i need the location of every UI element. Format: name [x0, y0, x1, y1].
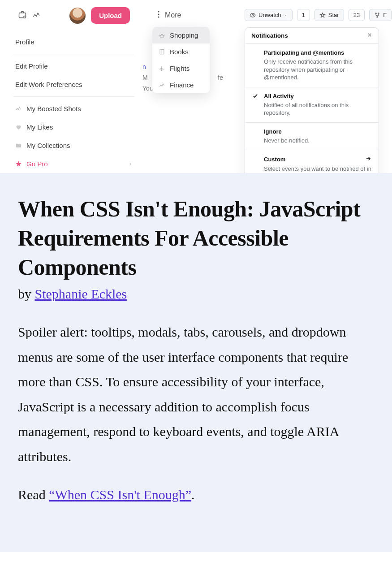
read-more: Read “When CSS Isn't Enough”.: [18, 482, 374, 507]
article-title: When CSS Isn't Enough: JavaScript Requir…: [18, 195, 374, 282]
dd-flights[interactable]: Flights: [152, 60, 210, 77]
notifications-popover: Notifications Participating and @mention…: [245, 27, 379, 173]
read-link[interactable]: “When CSS Isn't Enough”: [49, 487, 191, 502]
svg-point-9: [377, 16, 378, 17]
close-icon[interactable]: [367, 32, 372, 39]
briefcase-icon: [18, 10, 27, 21]
svg-point-8: [378, 13, 379, 13]
more-dropdown: Shopping Books Flights Finance: [152, 27, 210, 93]
unwatch-button[interactable]: Unwatch: [245, 9, 293, 21]
check-icon: [252, 93, 259, 117]
menu-collections[interactable]: My Collections: [13, 136, 134, 155]
star-count: 23: [349, 9, 365, 21]
menu-edit-profile[interactable]: Edit Profile: [13, 57, 134, 75]
dd-shopping[interactable]: Shopping: [152, 27, 210, 43]
fork-button[interactable]: F: [369, 9, 392, 21]
svg-rect-5: [160, 50, 164, 54]
chevron-right-icon: [128, 160, 133, 168]
profile-panel: Upload Profile Edit Profile Edit Work Pr…: [13, 4, 134, 173]
notif-opt-all[interactable]: All Activity Notified of all notificatio…: [245, 87, 379, 123]
svg-point-6: [252, 14, 254, 16]
caret-down-icon: [284, 13, 288, 17]
notif-opt-participating[interactable]: Participating and @mentions Only receive…: [245, 44, 379, 87]
arrow-right-icon: [365, 156, 371, 163]
dd-finance[interactable]: Finance: [152, 77, 210, 93]
svg-point-3: [158, 13, 159, 15]
menu-likes[interactable]: My Likes: [13, 118, 134, 136]
menu-go-pro-label: Go Pro: [26, 160, 48, 168]
github-panel: Unwatch 1 Star 23 F Notifications: [240, 4, 392, 173]
author-link[interactable]: Stephanie Eckles: [35, 286, 127, 301]
more-label-text: More: [165, 11, 181, 19]
avatar[interactable]: [69, 8, 86, 24]
menu-go-pro[interactable]: Go Pro: [13, 155, 134, 173]
notif-opt-ignore[interactable]: Ignore Never be notified.: [245, 123, 379, 151]
more-trigger[interactable]: More: [147, 7, 228, 27]
byline: by Stephanie Eckles: [18, 286, 374, 302]
more-panel: More n Mfe You Go. Easy-to-add Shopping …: [147, 4, 228, 173]
menu-edit-work[interactable]: Edit Work Preferences: [13, 75, 134, 94]
menu-profile[interactable]: Profile: [13, 33, 134, 51]
article-summary: Spoiler alert: tooltips, modals, tabs, c…: [18, 320, 374, 469]
notifications-title: Notifications: [251, 32, 288, 39]
star-button[interactable]: Star: [314, 9, 344, 21]
hero-illustration: Upload Profile Edit Profile Edit Work Pr…: [0, 0, 392, 173]
activity-icon: [32, 10, 41, 21]
menu-boosted-label: My Boosted Shots: [26, 105, 81, 112]
menu-collections-label: My Collections: [26, 142, 70, 149]
unwatch-count: 1: [297, 9, 310, 21]
svg-point-4: [158, 16, 159, 17]
svg-point-7: [375, 13, 376, 13]
svg-point-2: [158, 11, 159, 12]
notif-opt-custom[interactable]: Custom Select events you want to be noti…: [245, 150, 379, 173]
menu-boosted[interactable]: My Boosted Shots: [13, 99, 134, 118]
upload-button[interactable]: Upload: [91, 7, 130, 24]
dd-books[interactable]: Books: [152, 43, 210, 60]
menu-likes-label: My Likes: [26, 123, 53, 131]
article-body: When CSS Isn't Enough: JavaScript Requir…: [0, 173, 392, 552]
more-dots-icon: [156, 11, 161, 20]
